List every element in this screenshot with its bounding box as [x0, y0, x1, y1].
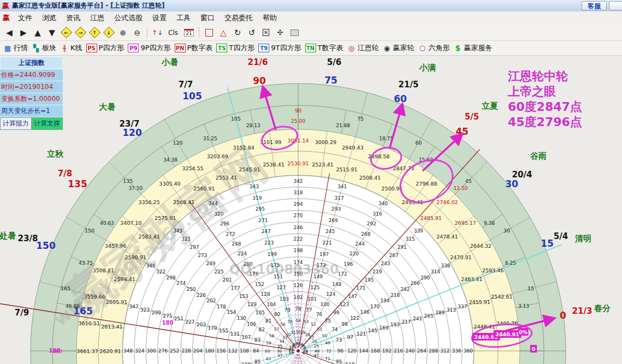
ring-value: 2695.17 — [455, 220, 476, 226]
ring-value: 37.50 — [128, 186, 143, 191]
wheel-number: 323 — [140, 307, 150, 313]
zoom-out-icon[interactable]: ⊖ — [131, 26, 144, 39]
diamond-right-icon[interactable]: → — [74, 26, 87, 39]
nav-up-icon[interactable]: ▲ — [31, 26, 44, 39]
ring-value: 2485.91 — [420, 215, 442, 221]
gann-note-line: 上帝之眼 — [508, 84, 582, 99]
wheel-number: 127 — [276, 285, 286, 290]
ring-value: 2620.91 — [99, 348, 121, 354]
menu-item-浏览[interactable]: 浏览 — [37, 12, 61, 24]
wheel-number: 51 — [317, 327, 323, 332]
ring-value: 3051.14 — [287, 138, 309, 144]
outer-label-立夏: 立夏 — [481, 101, 498, 111]
menu-item-窗口[interactable]: 窗口 — [196, 12, 220, 24]
wheel-number: 58 — [269, 333, 275, 338]
tool-板块[interactable]: ▚板块 — [32, 43, 56, 53]
menu-item-帮助[interactable]: 帮助 — [258, 12, 282, 24]
tool-P数字表[interactable]: PNP数字表 — [175, 43, 213, 53]
box-x-icon[interactable]: ✕ — [259, 26, 273, 39]
T9-icon: T9 — [258, 44, 269, 52]
toolbar-separator — [199, 27, 199, 38]
menu-item-公式选股[interactable]: 公式选股 — [109, 12, 147, 24]
tool-label: 9P四方形 — [140, 43, 170, 53]
nav-right-icon[interactable]: ▶ — [17, 26, 30, 39]
wheel-number: 54 — [295, 318, 301, 323]
ring-value: 3305.40 — [159, 181, 180, 187]
wheel-number: 275 — [163, 313, 172, 319]
menu-item-江恩[interactable]: 江恩 — [85, 12, 109, 24]
tool-行情[interactable]: ▦行情 — [3, 43, 28, 53]
wheel-number: 104 — [266, 302, 276, 307]
ring-value: 120 — [173, 140, 182, 146]
wheel-number: 129 — [247, 302, 257, 307]
rotate-cw-icon[interactable]: ↻ — [231, 26, 244, 39]
wheel-number: 289 — [435, 310, 445, 315]
instrument-panel: 上证指数 价格=2440.9099时间=20190104变换系数=1.00000… — [0, 57, 63, 130]
wheel-number: 312 — [440, 348, 449, 354]
menu-item-工具[interactable]: 工具 — [171, 12, 196, 24]
diamond-down-icon[interactable]: ↓ — [102, 26, 115, 39]
wheel-number: 123 — [340, 302, 349, 307]
wheel-number: 170 — [370, 304, 380, 309]
wheel-number: 348 — [123, 348, 133, 354]
tool-label: 行情 — [14, 43, 28, 53]
计算支撑-button[interactable]: 计算支撑 — [32, 117, 63, 130]
tool-label: T四方形 — [229, 43, 254, 53]
wheel-number: 101 — [307, 296, 317, 302]
outer-label-7/7: 7/7 — [179, 80, 193, 89]
calendar-icon[interactable]: 21 — [182, 26, 196, 39]
menu-item-资讯[interactable]: 资讯 — [61, 12, 85, 24]
ring-value: 3661.37 — [76, 348, 98, 354]
wheel-number: 342 — [293, 178, 303, 184]
scale-icon[interactable]: ↑↓ — [151, 26, 164, 39]
outer-label-小暑: 小暑 — [161, 57, 178, 67]
cls-button[interactable]: Cls — [165, 26, 181, 39]
client-service-button[interactable]: 客服 — [582, 1, 607, 10]
wheel-number: 25 — [314, 344, 319, 349]
wheel-number: 48 — [315, 349, 320, 354]
wheel-number: 81 — [265, 318, 271, 324]
diamond-up-icon[interactable]: ↑ — [88, 26, 101, 39]
计算阻力-button[interactable]: 计算阻力 — [0, 117, 32, 130]
wheel-number: 147 — [348, 294, 357, 299]
square-tool-icon[interactable] — [203, 26, 216, 39]
tool-9T四方形[interactable]: T99T四方形 — [258, 43, 301, 53]
screen-icon[interactable] — [288, 26, 301, 39]
triangle-tool-icon[interactable]: △ — [217, 26, 230, 39]
tool-label: 9T四方形 — [271, 43, 301, 53]
ring-value: 2530.91 — [287, 160, 309, 166]
wheel-number: 109 — [241, 362, 251, 364]
wheel-number: 175 — [270, 262, 280, 268]
nav-down-icon[interactable]: ▼ — [45, 26, 58, 39]
diamond-left-icon[interactable]: ← — [60, 26, 73, 39]
tool-T数字表[interactable]: TNT数字表 — [305, 43, 343, 53]
outer-label-7/9: 7/9 — [15, 308, 29, 318]
wheel-number: 77 — [306, 307, 312, 313]
wheel-number: 324 — [135, 348, 144, 354]
menu-item-交易委托[interactable]: 交易委托 — [220, 12, 258, 24]
menu-item-文件[interactable]: 文件 — [13, 12, 37, 24]
tool-赢家服务[interactable]: $赢家服务 — [453, 43, 492, 53]
menu-item-设置[interactable]: 设置 — [147, 12, 171, 24]
tool-9P四方形[interactable]: P99P四方形 — [128, 43, 170, 53]
zoom-in-icon[interactable]: ⊕ — [116, 26, 129, 39]
ring-value: 2644.32 — [470, 243, 491, 249]
ring-value: 34.38 — [163, 157, 177, 163]
tool-江恩轮[interactable]: ◎江恩轮 — [347, 43, 378, 53]
wheel-number: 35 — [277, 344, 283, 349]
wheel-number: 80 — [274, 312, 281, 317]
tool-赢家轮[interactable]: ◉赢家轮 — [382, 43, 414, 53]
tool-P四方形[interactable]: PSP四方形 — [86, 43, 125, 53]
tool-T四方形[interactable]: TST四方形 — [216, 43, 254, 53]
wheel-number: 269 — [328, 218, 337, 223]
tool-六角形[interactable]: ⬡六角形 — [418, 43, 449, 53]
wheel-number: 30 — [295, 330, 301, 335]
rotate-ccw-icon[interactable]: ↺ — [245, 26, 258, 39]
nav-left-icon[interactable]: ◀ — [3, 26, 16, 39]
ring-value: 2553.41 — [216, 175, 237, 181]
tool-label: P四方形 — [99, 43, 125, 53]
gann-note: 江恩轮中轮上帝之眼60度2847点45度2796点 — [508, 69, 582, 130]
center-cross-icon[interactable]: ✣ — [274, 26, 287, 39]
tool-K线[interactable]: ╫K线 — [60, 43, 82, 53]
partial-edge-button[interactable] — [609, 1, 622, 10]
